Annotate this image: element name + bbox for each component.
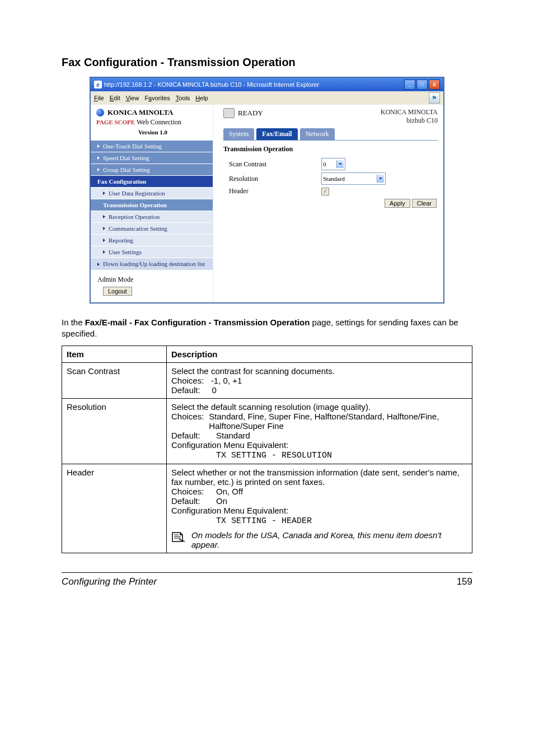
header-label: Header [223, 187, 321, 195]
window-minimize-button[interactable]: _ [404, 80, 415, 90]
menu-view[interactable]: View [126, 95, 139, 101]
sidebar-item-label: Reception Operation [109, 213, 160, 220]
ie-icon: e [94, 81, 102, 88]
sidebar-item-usersettings[interactable]: User Settings [91, 246, 213, 258]
brand-subtitle: PAGE SCOPE Web Connection [96, 118, 209, 127]
sidebar-item-transmission[interactable]: Transmission Operation [91, 199, 213, 211]
sidebar-item-label: Communication Setting [109, 225, 167, 232]
sidebar-item-label: User Data Registration [109, 190, 165, 197]
tab-faxemail[interactable]: Fax/Email [256, 128, 297, 140]
model-name: bizhub C10 [381, 116, 438, 125]
sidebar-item-label: Down loading/Up loading destination list [103, 260, 205, 268]
sidebar-item-label: Group Dial Setting [103, 166, 150, 173]
sidebar-item-onetouch[interactable]: One-Touch Dial Setting [91, 140, 213, 152]
sidebar-item-userdata[interactable]: User Data Registration [91, 187, 213, 199]
ie-menubar: File Edit View Favorites Tools Help ⚑ [91, 91, 443, 105]
select-value: 0 [323, 161, 333, 167]
sidebar-item-faxconfig[interactable]: Fax Configuration [91, 175, 213, 187]
sidebar-item-label: Fax Configuration [97, 178, 146, 185]
ie-titlebar: e http://192.168.1.2 - KONICA MINOLTA bi… [91, 78, 443, 91]
sidebar-item-reception[interactable]: Reception Operation [91, 211, 213, 222]
note-icon [171, 530, 186, 543]
table-header-item: Item [62, 346, 167, 362]
chevron-down-icon [336, 160, 344, 168]
menu-edit[interactable]: Edit [110, 95, 120, 101]
resolution-label: Resolution [223, 175, 321, 183]
model-brand: KONICA MINOLTA [381, 108, 438, 116]
brand-logo: KONICA MINOLTA [96, 108, 209, 117]
sidebar-item-speed[interactable]: Speed Dial Setting [91, 152, 213, 164]
table-header-desc: Description [167, 346, 472, 362]
sidebar-item-label: Speed Dial Setting [103, 155, 149, 161]
scan-contrast-label: Scan Contrast [223, 160, 321, 169]
logout-button[interactable]: Logout [103, 287, 132, 296]
scan-contrast-select[interactable]: 0 [321, 158, 345, 170]
menu-help[interactable]: Help [195, 95, 208, 101]
header-checkbox[interactable]: ✓ [321, 188, 329, 195]
cell-desc: Select the contrast for scanning documen… [167, 362, 472, 398]
clear-button[interactable]: Clear [412, 199, 437, 208]
menu-favorites[interactable]: Favorites [144, 95, 170, 101]
note-text: On models for the USA, Canada and Korea,… [191, 530, 467, 549]
sidebar-item-label: One-Touch Dial Setting [103, 143, 162, 150]
cell-desc: Select whether or not the transmission i… [167, 464, 472, 553]
ie-throbber-icon: ⚑ [429, 92, 440, 104]
cell-item: Scan Contrast [62, 362, 167, 398]
sidebar-item-group[interactable]: Group Dial Setting [91, 164, 213, 175]
chevron-right-icon [97, 144, 100, 148]
cell-desc: Select the default scanning resolution (… [167, 398, 472, 464]
printer-icon [223, 108, 235, 118]
brand-name: KONICA MINOLTA [107, 108, 173, 117]
section-title: Transmission Operation [223, 145, 438, 153]
printer-status: READY [223, 108, 263, 118]
tab-network[interactable]: Network [300, 128, 335, 140]
footer-page: 159 [457, 576, 472, 587]
apply-button[interactable]: Apply [385, 199, 410, 208]
version-label: Version 1.0 [96, 127, 209, 139]
chevron-right-icon [103, 250, 105, 254]
chevron-right-icon [103, 227, 105, 230]
table-row: Scan Contrast Select the contrast for sc… [62, 362, 472, 398]
chevron-right-icon [103, 192, 105, 195]
window-close-button[interactable]: X [429, 80, 440, 90]
status-text: READY [238, 109, 263, 118]
chevron-right-icon [103, 239, 105, 242]
window-maximize-button[interactable]: □ [416, 80, 428, 90]
cell-item: Resolution [62, 398, 167, 464]
sidebar-item-reporting[interactable]: Reporting [91, 234, 213, 246]
table-row: Resolution Select the default scanning r… [62, 398, 472, 464]
chevron-right-icon [97, 156, 100, 160]
chevron-right-icon [97, 168, 100, 171]
intro-text: In the Fax/E-mail - Fax Configuration - … [62, 317, 472, 340]
chevron-right-icon [97, 263, 100, 266]
table-row: Header Select whether or not the transmi… [62, 464, 472, 553]
menu-file[interactable]: File [94, 95, 104, 101]
chevron-down-icon [377, 175, 384, 183]
sidebar-item-label: User Settings [109, 249, 142, 255]
ie-title: http://192.168.1.2 - KONICA MINOLTA bizh… [104, 81, 319, 88]
select-value: Standard [323, 175, 373, 182]
tab-system[interactable]: System [223, 128, 254, 140]
admin-mode-label: Admin Mode [97, 276, 213, 284]
page-heading: Fax Configuration - Transmission Operati… [62, 56, 472, 69]
chevron-right-icon [103, 215, 105, 218]
sidebar-item-label: Reporting [109, 237, 133, 244]
sidebar-item-download[interactable]: Down loading/Up loading destination list [91, 258, 213, 270]
footer-title: Configuring the Printer [62, 576, 157, 587]
ie-window: e http://192.168.1.2 - KONICA MINOLTA bi… [90, 77, 444, 304]
brand-dot-icon [96, 109, 104, 116]
cell-item: Header [62, 464, 167, 553]
menu-tools[interactable]: Tools [176, 95, 190, 101]
sidebar-item-label: Transmission Operation [103, 202, 167, 208]
sidebar-item-comm[interactable]: Communication Setting [91, 222, 213, 234]
description-table: Item Description Scan Contrast Select th… [62, 346, 472, 553]
resolution-select[interactable]: Standard [321, 172, 386, 185]
